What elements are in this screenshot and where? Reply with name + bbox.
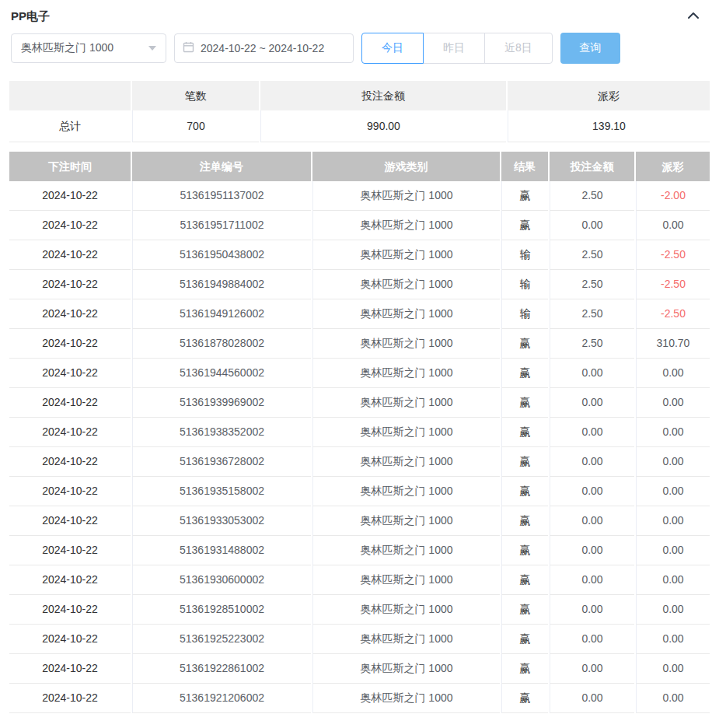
order-id-cell: 51361931488002 bbox=[132, 536, 311, 565]
bet-time-cell: 2024-10-22 bbox=[9, 211, 131, 240]
summary-table-header: 笔数 投注金额 派彩 bbox=[9, 81, 710, 110]
bet-time-cell: 2024-10-22 bbox=[9, 359, 131, 388]
payout-cell: 0.00 bbox=[636, 565, 710, 595]
summary-table: 笔数 投注金额 派彩 总计 700 990.00 139.10 bbox=[9, 81, 710, 142]
table-row: 2024-10-2251361951711002奥林匹斯之门 1000赢0.00… bbox=[9, 211, 710, 240]
summary-header-blank bbox=[9, 81, 131, 110]
bet-time-cell: 2024-10-22 bbox=[9, 506, 131, 536]
header-bet-amount: 投注金额 bbox=[550, 152, 634, 181]
order-id-cell: 51361949884002 bbox=[132, 270, 311, 299]
bet-amount-cell: 0.00 bbox=[550, 684, 634, 713]
payout-cell: -2.00 bbox=[636, 181, 710, 211]
game-type-cell: 奥林匹斯之门 1000 bbox=[312, 654, 500, 684]
result-cell: 赢 bbox=[501, 654, 548, 684]
bet-amount-cell: 0.00 bbox=[550, 536, 634, 565]
payout-cell: 0.00 bbox=[636, 359, 710, 388]
result-cell: 输 bbox=[501, 299, 548, 329]
summary-total-label: 总计 bbox=[9, 110, 131, 142]
order-id-cell: 51361935158002 bbox=[132, 477, 311, 506]
bet-table-body: 2024-10-2251361951137002奥林匹斯之门 1000赢2.50… bbox=[9, 181, 710, 713]
result-cell: 赢 bbox=[501, 359, 548, 388]
bet-amount-cell: 2.50 bbox=[550, 270, 634, 299]
table-row: 2024-10-2251361938352002奥林匹斯之门 1000赢0.00… bbox=[9, 418, 710, 447]
game-type-cell: 奥林匹斯之门 1000 bbox=[312, 625, 500, 654]
table-row: 2024-10-2251361928510002奥林匹斯之门 1000赢0.00… bbox=[9, 595, 710, 625]
game-select-value: 奥林匹斯之门 1000 bbox=[21, 41, 113, 55]
table-row: 2024-10-2251361949884002奥林匹斯之门 1000输2.50… bbox=[9, 270, 710, 299]
bet-amount-cell: 0.00 bbox=[550, 595, 634, 625]
game-type-cell: 奥林匹斯之门 1000 bbox=[312, 299, 500, 329]
result-cell: 赢 bbox=[501, 447, 548, 477]
payout-cell: 0.00 bbox=[636, 684, 710, 713]
order-id-cell: 51361944560002 bbox=[132, 359, 311, 388]
summary-total-row: 总计 700 990.00 139.10 bbox=[9, 110, 710, 142]
header-bet-time: 下注时间 bbox=[9, 152, 131, 181]
payout-cell: 0.00 bbox=[636, 595, 710, 625]
bet-amount-cell: 0.00 bbox=[550, 418, 634, 447]
game-type-cell: 奥林匹斯之门 1000 bbox=[312, 329, 500, 359]
payout-cell: 0.00 bbox=[636, 506, 710, 536]
bet-amount-cell: 0.00 bbox=[550, 359, 634, 388]
result-cell: 输 bbox=[501, 240, 548, 270]
bet-amount-cell: 0.00 bbox=[550, 388, 634, 418]
result-cell: 赢 bbox=[501, 595, 548, 625]
table-row: 2024-10-2251361921206002奥林匹斯之门 1000赢0.00… bbox=[9, 684, 710, 713]
pp-electronics-panel: PP电子 奥林匹斯之门 1000 2024-10-2 bbox=[0, 0, 719, 713]
header-order-id: 注单编号 bbox=[132, 152, 311, 181]
payout-cell: 0.00 bbox=[636, 211, 710, 240]
date-range-input[interactable]: 2024-10-22 ~ 2024-10-22 bbox=[174, 33, 354, 63]
bet-time-cell: 2024-10-22 bbox=[9, 240, 131, 270]
table-row: 2024-10-2251361951137002奥林匹斯之门 1000赢2.50… bbox=[9, 181, 710, 211]
bet-time-cell: 2024-10-22 bbox=[9, 625, 131, 654]
caret-down-icon bbox=[148, 46, 156, 51]
order-id-cell: 51361938352002 bbox=[132, 418, 311, 447]
table-row: 2024-10-2251361930600002奥林匹斯之门 1000赢0.00… bbox=[9, 565, 710, 595]
order-id-cell: 51361950438002 bbox=[132, 240, 311, 270]
table-row: 2024-10-2251361922861002奥林匹斯之门 1000赢0.00… bbox=[9, 654, 710, 684]
bet-time-cell: 2024-10-22 bbox=[9, 329, 131, 359]
payout-cell: 310.70 bbox=[636, 329, 710, 359]
game-type-cell: 奥林匹斯之门 1000 bbox=[312, 270, 500, 299]
payout-cell: 0.00 bbox=[636, 447, 710, 477]
collapse-panel-button[interactable] bbox=[686, 11, 700, 23]
calendar-icon bbox=[183, 41, 194, 55]
table-row: 2024-10-2251361949126002奥林匹斯之门 1000输2.50… bbox=[9, 299, 710, 329]
order-id-cell: 51361939969002 bbox=[132, 388, 311, 418]
today-button[interactable]: 今日 bbox=[361, 33, 424, 64]
order-id-cell: 51361878028002 bbox=[132, 329, 311, 359]
game-select[interactable]: 奥林匹斯之门 1000 bbox=[11, 33, 166, 63]
header-result: 结果 bbox=[501, 152, 548, 181]
game-type-cell: 奥林匹斯之门 1000 bbox=[312, 565, 500, 595]
order-id-cell: 51361933053002 bbox=[132, 506, 311, 536]
bet-amount-cell: 0.00 bbox=[550, 654, 634, 684]
table-row: 2024-10-2251361950438002奥林匹斯之门 1000输2.50… bbox=[9, 240, 710, 270]
bet-time-cell: 2024-10-22 bbox=[9, 388, 131, 418]
result-cell: 赢 bbox=[501, 181, 548, 211]
bet-time-cell: 2024-10-22 bbox=[9, 418, 131, 447]
yesterday-button[interactable]: 昨日 bbox=[423, 33, 485, 64]
bet-time-cell: 2024-10-22 bbox=[9, 270, 131, 299]
result-cell: 赢 bbox=[501, 536, 548, 565]
result-cell: 赢 bbox=[501, 388, 548, 418]
order-id-cell: 51361930600002 bbox=[132, 565, 311, 595]
game-type-cell: 奥林匹斯之门 1000 bbox=[312, 595, 500, 625]
chevron-up-icon bbox=[686, 11, 700, 23]
table-row: 2024-10-2251361936728002奥林匹斯之门 1000赢0.00… bbox=[9, 447, 710, 477]
summary-total-payout: 139.10 bbox=[508, 110, 710, 142]
bet-amount-cell: 0.00 bbox=[550, 447, 634, 477]
header-game-type: 游戏类别 bbox=[312, 152, 500, 181]
bet-amount-cell: 0.00 bbox=[550, 506, 634, 536]
query-button[interactable]: 查询 bbox=[560, 33, 620, 64]
order-id-cell: 51361951711002 bbox=[132, 211, 311, 240]
bet-amount-cell: 2.50 bbox=[550, 181, 634, 211]
bet-time-cell: 2024-10-22 bbox=[9, 477, 131, 506]
game-type-cell: 奥林匹斯之门 1000 bbox=[312, 181, 500, 211]
payout-cell: 0.00 bbox=[636, 536, 710, 565]
bet-time-cell: 2024-10-22 bbox=[9, 565, 131, 595]
table-row: 2024-10-2251361931488002奥林匹斯之门 1000赢0.00… bbox=[9, 536, 710, 565]
bet-time-cell: 2024-10-22 bbox=[9, 684, 131, 713]
page-title: PP电子 bbox=[11, 9, 50, 24]
last-8-days-button[interactable]: 近8日 bbox=[484, 33, 553, 64]
bet-time-cell: 2024-10-22 bbox=[9, 536, 131, 565]
payout-cell: 0.00 bbox=[636, 477, 710, 506]
